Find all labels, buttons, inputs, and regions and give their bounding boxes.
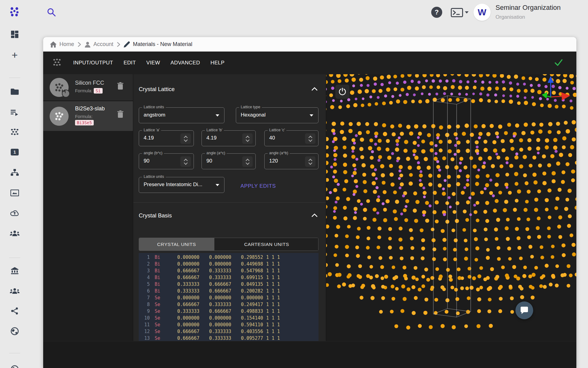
- stepper-control[interactable]: [242, 133, 253, 144]
- cloud-upload-icon[interactable]: [10, 210, 19, 218]
- material-avatar: [50, 107, 69, 126]
- image-card-icon[interactable]: [10, 190, 19, 197]
- stepper-control[interactable]: [305, 133, 315, 144]
- delete-material-icon[interactable]: [117, 110, 123, 119]
- tab-cartesian-units[interactable]: CARTESIAN UNITS: [214, 238, 318, 251]
- brand-logo-icon[interactable]: [9, 6, 20, 18]
- section-divider: [133, 202, 326, 203]
- unit-cell-wireframe: [433, 96, 471, 317]
- editor-window: Home Account Materials - New Material IN…: [43, 37, 576, 368]
- help-icon[interactable]: ?: [431, 7, 442, 18]
- molecule-icon[interactable]: [10, 128, 19, 137]
- collapse-basis-icon[interactable]: [311, 213, 318, 218]
- home-icon: [50, 41, 57, 48]
- menu-help[interactable]: HELP: [210, 60, 224, 66]
- crystal-lattice-title: Crystal Lattice: [139, 86, 175, 93]
- basis-atom-row: 3Bi0.6666670.3333330.5479681 1 1: [139, 267, 318, 274]
- stepper-control[interactable]: [242, 156, 253, 167]
- group-icon[interactable]: [10, 288, 20, 295]
- material-name: Bi2Se3-slab: [75, 105, 105, 112]
- chevron-right-icon: [78, 42, 81, 47]
- viewer-power-button[interactable]: [335, 85, 349, 99]
- menu-edit[interactable]: EDIT: [123, 60, 136, 66]
- menu-view[interactable]: VIEW: [146, 60, 160, 66]
- playlist-run-icon[interactable]: [10, 109, 19, 117]
- collapse-lattice-icon[interactable]: [311, 86, 318, 92]
- lattice-c-input[interactable]: Lattice 'c' 40: [264, 130, 318, 146]
- one-badge-icon[interactable]: 1: [10, 148, 19, 157]
- menu-input-output[interactable]: INPUT/OUTPUT: [73, 60, 113, 66]
- angle-ac-input[interactable]: angle (a^c) 90: [202, 153, 256, 169]
- lattice-units-mode-select[interactable]: Lattice units Preserve Interatomic Di...: [139, 177, 224, 193]
- team-icon[interactable]: [10, 230, 20, 238]
- add-new-icon[interactable]: +: [12, 49, 18, 61]
- material-formula-label: Formula:: [75, 114, 92, 119]
- dashboard-icon[interactable]: [11, 30, 19, 40]
- bank-icon[interactable]: [10, 267, 19, 275]
- menu-items: INPUT/OUTPUT EDIT VIEW ADVANCED HELP: [73, 60, 224, 66]
- basis-atom-row: 10Se0.0000000.0000000.1541401 1 1: [139, 315, 318, 321]
- globe-icon[interactable]: [11, 365, 19, 368]
- dropdown-arrow-icon: [216, 184, 219, 186]
- left-rail: + 1: [0, 0, 29, 368]
- stepper-control[interactable]: [180, 133, 191, 144]
- basis-atom-row: 2Bi0.0000000.0000000.4496981 1 1: [139, 261, 318, 267]
- delete-material-icon[interactable]: [117, 82, 123, 91]
- basis-atom-row: 9Se0.3333330.6666670.4988331 1 1: [139, 308, 318, 315]
- chat-bubble-icon: [520, 306, 529, 314]
- lattice-type-select[interactable]: Lattice type Hexagonal: [236, 107, 318, 123]
- rail-divider: [9, 258, 20, 258]
- share-icon[interactable]: [11, 307, 18, 316]
- basis-table[interactable]: 1Bi0.0000000.0000000.2985521 1 1 2Bi0.00…: [139, 253, 318, 341]
- globe-icon[interactable]: [11, 327, 19, 336]
- rail-divider: [9, 353, 20, 353]
- dropdown-arrow-icon: [216, 114, 219, 117]
- chat-launcher-button[interactable]: [515, 301, 533, 319]
- menu-advanced[interactable]: ADVANCED: [171, 60, 200, 66]
- sitemap-icon[interactable]: [10, 169, 19, 177]
- structure-viewer-3d[interactable]: [326, 74, 576, 341]
- formula-chip: Si: [94, 88, 102, 94]
- tab-crystal-units[interactable]: CRYSTAL UNITS: [139, 238, 214, 251]
- basis-atom-row: 8Se0.6666670.3333330.2494171 1 1: [139, 301, 318, 308]
- stepper-control[interactable]: [180, 156, 191, 167]
- crystal-basis-title: Crystal Basis: [139, 212, 172, 219]
- lattice-b-input[interactable]: Lattice 'b' 4.19: [202, 130, 256, 146]
- save-icon: [62, 89, 66, 94]
- card-footer: [43, 341, 576, 368]
- chevron-down-icon: [465, 11, 469, 14]
- lattice-a-input[interactable]: Lattice 'a' 4.19: [139, 130, 194, 146]
- org-type: Organisation: [496, 14, 525, 20]
- search-icon[interactable]: [47, 7, 56, 18]
- basis-atom-row: 11Se0.0000000.0000000.5941101 1 1: [139, 321, 318, 328]
- folder-icon[interactable]: [10, 88, 19, 96]
- crystal-form-panel: Crystal Lattice Lattice units angstrom L…: [133, 74, 326, 341]
- breadcrumb-home[interactable]: Home: [50, 41, 74, 48]
- material-item-bi2se3-slab[interactable]: Bi2Se3-slab Formula: Bi3Se5: [43, 101, 133, 131]
- angle-ab-input[interactable]: angle (a^b) 120: [264, 153, 318, 169]
- material-avatar: [50, 78, 69, 97]
- terminal-icon: [451, 8, 463, 17]
- console-menu-button[interactable]: [451, 8, 469, 17]
- materials-list-panel: Silicon FCC Formula: Si Bi2Se3-slab Form…: [43, 74, 133, 341]
- material-name: Silicon FCC: [75, 80, 104, 86]
- lattice-units-select[interactable]: Lattice units angstrom: [139, 107, 224, 123]
- stepper-control[interactable]: [305, 156, 315, 167]
- saved-disk-badge: [62, 90, 70, 98]
- material-molecule-icon: [52, 58, 62, 67]
- svg-text:1: 1: [13, 149, 16, 155]
- material-formula: Formula: Si: [75, 88, 103, 93]
- basis-atom-row: 4Bi0.6666670.3333330.6991151 1 1: [139, 274, 318, 281]
- user-avatar[interactable]: W: [473, 4, 491, 21]
- pencil-icon: [124, 41, 130, 48]
- person-icon: [85, 41, 91, 48]
- molecule-icon: [54, 112, 64, 121]
- breadcrumb-account[interactable]: Account: [85, 41, 113, 48]
- breadcrumb-current[interactable]: Materials - New Material: [124, 41, 192, 48]
- saved-check-icon[interactable]: [555, 59, 563, 67]
- apply-edits-button[interactable]: APPLY EDITS: [234, 181, 283, 191]
- power-icon: [338, 88, 346, 96]
- basis-atom-row: 6Bi0.3333330.6666670.2002821 1 1: [139, 288, 318, 294]
- material-item-silicon-fcc[interactable]: Silicon FCC Formula: Si: [43, 74, 133, 101]
- angle-bc-input[interactable]: angle (b^c) 90: [139, 153, 194, 169]
